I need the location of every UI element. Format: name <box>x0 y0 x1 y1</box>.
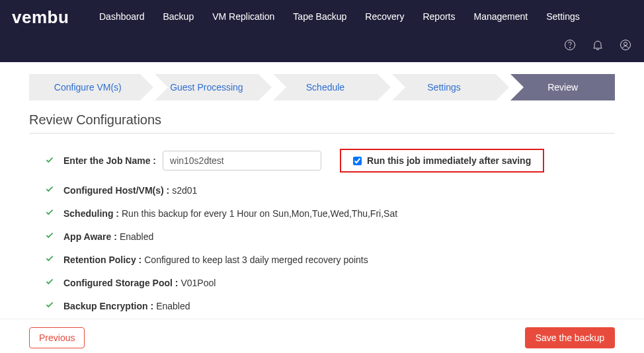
app-aware-label: App Aware : <box>63 231 117 242</box>
job-name-input[interactable] <box>163 151 321 171</box>
content: Configure VM(s) Guest Processing Schedul… <box>0 62 644 315</box>
run-immediately-checkbox[interactable] <box>353 157 362 165</box>
bell-icon[interactable] <box>591 38 604 54</box>
row-retention: Retention Policy : Configured to keep la… <box>29 248 611 271</box>
run-immediately-label: Run this job immediately after saving <box>367 155 531 166</box>
footer: Previous Save the backup <box>0 319 644 348</box>
row-encryption: Backup Encryption : Enabled <box>29 294 611 315</box>
save-button[interactable]: Save the backup <box>525 327 615 348</box>
step-review[interactable]: Review <box>510 74 615 100</box>
job-name-label: Enter the Job Name : <box>63 155 156 166</box>
row-storage-pool: Configured Storage Pool : V01Pool <box>29 271 611 294</box>
configured-host-value: s2d01 <box>172 185 197 196</box>
wizard-steps: Configure VM(s) Guest Processing Schedul… <box>29 74 615 100</box>
scheduling-value: Run this backup for every 1 Hour on Sun,… <box>122 208 397 219</box>
row-job-name: Enter the Job Name : Run this job immedi… <box>29 143 611 178</box>
nav-recovery[interactable]: Recovery <box>365 11 404 22</box>
run-immediately-box: Run this job immediately after saving <box>340 149 544 173</box>
encryption-label: Backup Encryption : <box>63 301 153 311</box>
nav-vm-replication[interactable]: VM Replication <box>212 11 274 22</box>
nav-management[interactable]: Management <box>473 11 528 22</box>
encryption-value: Enabled <box>156 301 190 311</box>
scheduling-label: Scheduling : <box>63 208 119 219</box>
check-icon <box>45 254 54 265</box>
configured-host-label: Configured Host/VM(s) : <box>63 185 169 196</box>
svg-point-1 <box>570 48 571 48</box>
top-icons <box>563 38 632 54</box>
check-icon <box>45 300 54 311</box>
app-aware-value: Enabled <box>120 231 153 242</box>
svg-point-3 <box>624 42 627 46</box>
nav-tape-backup[interactable]: Tape Backup <box>293 11 346 22</box>
logo: vembu <box>12 7 69 28</box>
row-app-aware: App Aware : Enabled <box>29 225 611 248</box>
storage-pool-value: V01Pool <box>181 278 216 288</box>
user-icon[interactable] <box>619 38 632 54</box>
check-icon <box>45 184 54 196</box>
help-icon[interactable] <box>563 38 577 54</box>
previous-button[interactable]: Previous <box>29 327 85 348</box>
check-icon <box>45 231 54 242</box>
check-icon <box>45 277 54 288</box>
svg-point-2 <box>621 40 631 50</box>
main-nav: Dashboard Backup VM Replication Tape Bac… <box>99 0 580 33</box>
retention-label: Retention Policy : <box>63 255 141 265</box>
divider <box>29 133 615 134</box>
review-area[interactable]: Enter the Job Name : Run this job immedi… <box>29 143 615 315</box>
check-icon <box>45 208 54 219</box>
step-configure-vms[interactable]: Configure VM(s) <box>29 74 140 100</box>
retention-value: Configured to keep last 3 daily merged r… <box>144 255 368 265</box>
step-guest-processing[interactable]: Guest Processing <box>155 74 259 100</box>
check-icon <box>45 155 54 167</box>
storage-pool-label: Configured Storage Pool : <box>63 278 178 288</box>
nav-backup[interactable]: Backup <box>163 11 194 22</box>
top-bar: vembu Dashboard Backup VM Replication Ta… <box>0 0 644 62</box>
row-scheduling: Scheduling : Run this backup for every 1… <box>29 202 611 225</box>
step-schedule[interactable]: Schedule <box>273 74 378 100</box>
step-settings[interactable]: Settings <box>392 74 497 100</box>
section-title: Review Configurations <box>29 112 615 128</box>
nav-dashboard[interactable]: Dashboard <box>99 11 145 22</box>
nav-settings[interactable]: Settings <box>546 11 580 22</box>
row-configured-host: Configured Host/VM(s) : s2d01 <box>29 178 611 202</box>
nav-reports[interactable]: Reports <box>423 11 455 22</box>
